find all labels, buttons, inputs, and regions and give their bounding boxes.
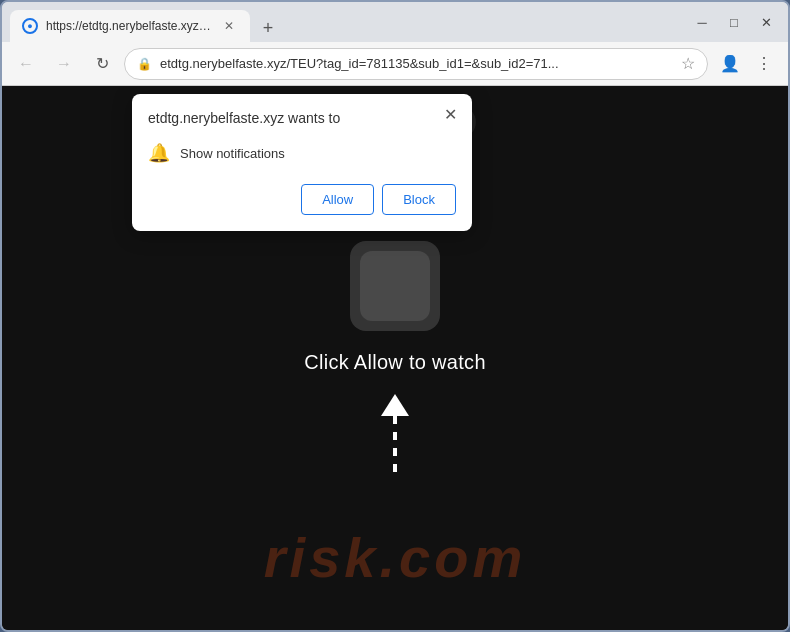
account-icon[interactable]: 👤	[714, 48, 746, 80]
block-button[interactable]: Block	[382, 184, 456, 215]
back-button[interactable]: ←	[10, 48, 42, 80]
webpage-center: Click Allow to watch	[304, 241, 486, 476]
toolbar-actions: 👤 ⋮	[714, 48, 780, 80]
tab-strip: ● https://etdtg.nerybelfaste.xyz/TE ✕ +	[10, 2, 684, 42]
tab-title: https://etdtg.nerybelfaste.xyz/TE	[46, 19, 212, 33]
omnibox[interactable]: 🔒 etdtg.nerybelfaste.xyz/TEU?tag_id=7811…	[124, 48, 708, 80]
refresh-button[interactable]: ↻	[86, 48, 118, 80]
window-controls: ─ □ ✕	[688, 8, 780, 36]
url-text: etdtg.nerybelfaste.xyz/TEU?tag_id=781135…	[160, 56, 673, 71]
maximize-button[interactable]: □	[720, 8, 748, 36]
menu-icon[interactable]: ⋮	[748, 48, 780, 80]
dialog-close-button[interactable]: ✕	[438, 102, 462, 126]
bookmark-icon[interactable]: ☆	[681, 54, 695, 73]
toolbar: ← → ↻ 🔒 etdtg.nerybelfaste.xyz/TEU?tag_i…	[2, 42, 788, 86]
active-tab[interactable]: ● https://etdtg.nerybelfaste.xyz/TE ✕	[10, 10, 250, 42]
click-allow-text: Click Allow to watch	[304, 351, 486, 374]
dialog-buttons: Allow Block	[132, 172, 472, 231]
tab-favicon: ●	[22, 18, 38, 34]
arrow-head	[381, 394, 409, 416]
allow-button[interactable]: Allow	[301, 184, 374, 215]
play-icon	[360, 251, 430, 321]
bell-icon: 🔔	[148, 142, 170, 164]
title-bar: ● https://etdtg.nerybelfaste.xyz/TE ✕ + …	[2, 2, 788, 42]
dialog-permission-row: 🔔 Show notifications	[132, 134, 472, 172]
dialog-permission-label: Show notifications	[180, 146, 285, 161]
play-button-area	[350, 241, 440, 331]
browser-frame: ● https://etdtg.nerybelfaste.xyz/TE ✕ + …	[0, 0, 790, 632]
watermark-text: risk.com	[264, 525, 526, 590]
forward-button[interactable]: →	[48, 48, 80, 80]
tab-close-button[interactable]: ✕	[220, 17, 238, 35]
close-button[interactable]: ✕	[752, 8, 780, 36]
permission-dialog: ✕ etdtg.nerybelfaste.xyz wants to 🔔 Show…	[132, 94, 472, 231]
lock-icon: 🔒	[137, 57, 152, 71]
browser-content: TEX, КОМУ 21+ Click Allow to watch risk.…	[2, 86, 788, 630]
dialog-header: etdtg.nerybelfaste.xyz wants to	[132, 94, 472, 134]
new-tab-button[interactable]: +	[254, 14, 282, 42]
arrow-dashed-line	[393, 416, 397, 476]
arrow-container	[381, 394, 409, 476]
minimize-button[interactable]: ─	[688, 8, 716, 36]
